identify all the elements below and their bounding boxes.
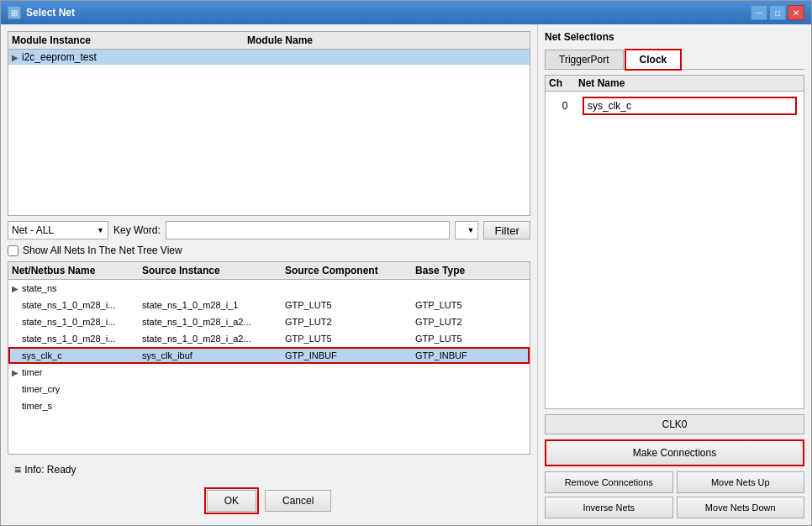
net-table: Net/Netbus Name Source Instance Source C… [8, 261, 530, 455]
tab-triggerport[interactable]: TriggerPort [545, 50, 624, 69]
net-name-cell: timer [22, 367, 142, 377]
table-row[interactable]: state_ns_1_0_m28_i... state_ns_1_0_m28_i… [8, 313, 530, 330]
source-instance-header: Source Instance [142, 265, 285, 276]
status-icon: ≡ [14, 463, 21, 476]
maximize-button[interactable]: □ [769, 5, 786, 20]
net-selections-table: Ch Net Name 0 [545, 75, 804, 409]
keyword-dropdown-arrow: ▼ [467, 226, 474, 234]
table-row[interactable]: state_ns_1_0_m28_i... state_ns_1_0_m28_i… [8, 330, 530, 347]
source-component-cell: GTP_LUT5 [285, 300, 415, 310]
checkbox-row: Show All Nets In The Net Tree View [8, 245, 530, 256]
make-connections-button[interactable]: Make Connections [545, 439, 804, 466]
net-name-cell: state_ns_1_0_m28_i... [22, 317, 142, 327]
net-name-cell: state_ns_1_0_m28_i... [22, 300, 142, 310]
source-instance-cell: state_ns_1_0_m28_i_1 [142, 300, 285, 310]
cancel-button[interactable]: Cancel [265, 490, 331, 512]
base-type-cell: GTP_INBUF [415, 350, 526, 360]
module-table-body[interactable]: ▶ i2c_eeprom_test [8, 50, 530, 212]
inverse-nets-button[interactable]: Inverse Nets [545, 497, 673, 518]
net-name-header: Net Name [578, 77, 800, 89]
content-area: Module Instance Module Name ▶ i2c_eeprom… [1, 24, 811, 525]
source-instance-cell: sys_clk_ibuf [142, 350, 285, 360]
table-row[interactable]: state_ns_1_0_m28_i... state_ns_1_0_m28_i… [8, 297, 530, 313]
table-row[interactable]: timer_s [8, 397, 530, 414]
ch-header: Ch [549, 77, 578, 89]
net-name-cell: timer_s [22, 401, 142, 411]
title-bar-controls: ─ □ ✕ [751, 5, 804, 20]
base-type-cell: GTP_LUT5 [415, 300, 526, 310]
base-type-cell: GTP_LUT5 [415, 334, 526, 344]
net-dropdown-label: Net - ALL [12, 224, 54, 236]
net-name-header: Net/Netbus Name [12, 265, 142, 276]
table-row-selected[interactable]: sys_clk_c sys_clk_ibuf GTP_INBUF GTP_INB… [8, 347, 530, 364]
base-type-header: Base Type [415, 265, 526, 276]
net-name-cell: sys_clk_c [22, 350, 142, 360]
row-arrow: ▶ [12, 284, 22, 293]
module-instance-cell: i2c_eeprom_test [22, 51, 247, 63]
keyword-dropdown[interactable]: ▼ [455, 221, 478, 239]
module-row[interactable]: ▶ i2c_eeprom_test [8, 50, 530, 65]
net-dropdown[interactable]: Net - ALL ▼ [8, 221, 108, 239]
tab-bar: TriggerPort Clock [545, 50, 804, 70]
ok-button[interactable]: OK [207, 490, 256, 512]
ns-table-header: Ch Net Name [546, 76, 804, 92]
ns-table-body[interactable]: 0 [546, 92, 804, 408]
keyword-input[interactable] [166, 221, 451, 239]
module-name-header: Module Name [247, 34, 526, 46]
filter-row: Net - ALL ▼ Key Word: ▼ Filter [8, 221, 530, 239]
table-row[interactable]: ▶ state_ns [8, 280, 530, 297]
remove-connections-button[interactable]: Remove Conncetions [545, 471, 673, 493]
net-dropdown-arrow: ▼ [97, 226, 104, 234]
net-table-header: Net/Netbus Name Source Instance Source C… [8, 262, 530, 280]
bottom-buttons: OK Cancel [8, 485, 530, 518]
source-component-cell: GTP_LUT2 [285, 317, 415, 327]
net-name-cell: state_ns_1_0_m28_i... [22, 334, 142, 344]
close-button[interactable]: ✕ [788, 5, 804, 20]
row-arrow: ▶ [12, 53, 22, 62]
right-actions: Remove Conncetions Move Nets Up Inverse … [545, 471, 804, 518]
module-table: Module Instance Module Name ▶ i2c_eeprom… [8, 31, 530, 216]
net-name-cell: timer_cry [22, 384, 142, 394]
module-instance-header: Module Instance [12, 34, 247, 46]
title-bar: ⊞ Select Net ─ □ ✕ [1, 1, 811, 24]
source-instance-cell: state_ns_1_0_m28_i_a2... [142, 317, 285, 327]
left-panel: Module Instance Module Name ▶ i2c_eeprom… [1, 24, 537, 525]
source-instance-cell: state_ns_1_0_m28_i_a2... [142, 334, 285, 344]
module-table-header: Module Instance Module Name [8, 32, 530, 50]
ch-cell: 0 [552, 100, 577, 112]
source-component-cell: GTP_LUT5 [285, 334, 415, 344]
status-bar: ≡ Info: Ready [8, 460, 530, 480]
table-row[interactable]: timer_cry [8, 381, 530, 397]
row-arrow: ▶ [12, 368, 22, 377]
table-row[interactable]: ▶ timer [8, 364, 530, 381]
net-name-cell: state_ns [22, 283, 142, 293]
title-bar-left: ⊞ Select Net [8, 6, 75, 19]
window-title: Select Net [26, 7, 75, 18]
show-all-nets-checkbox[interactable] [8, 245, 18, 256]
list-item[interactable]: 0 [549, 95, 800, 117]
main-window: ⊞ Select Net ─ □ ✕ Module Instance Modul… [0, 0, 812, 526]
move-nets-down-button[interactable]: Move Nets Down [677, 497, 805, 518]
base-type-cell: GTP_LUT2 [415, 317, 526, 327]
show-all-nets-label: Show All Nets In The Net Tree View [23, 245, 182, 256]
status-text: Info: Ready [24, 464, 76, 476]
minimize-button[interactable]: ─ [751, 5, 767, 20]
move-nets-up-button[interactable]: Move Nets Up [677, 471, 805, 493]
keyword-label: Key Word: [113, 224, 161, 236]
net-table-body[interactable]: ▶ state_ns state_ns_1_0_m28_i... state_n… [8, 280, 530, 454]
source-component-cell: GTP_INBUF [285, 350, 415, 360]
window-icon: ⊞ [8, 6, 21, 19]
right-panel: Net Selections TriggerPort Clock Ch Net … [537, 24, 811, 525]
tab-clock[interactable]: Clock [625, 50, 682, 70]
filter-button[interactable]: Filter [483, 221, 530, 239]
net-selections-label: Net Selections [545, 31, 804, 43]
net-name-input[interactable] [583, 97, 797, 115]
source-component-header: Source Component [285, 265, 415, 276]
clk-area: CLK0 [545, 414, 804, 434]
